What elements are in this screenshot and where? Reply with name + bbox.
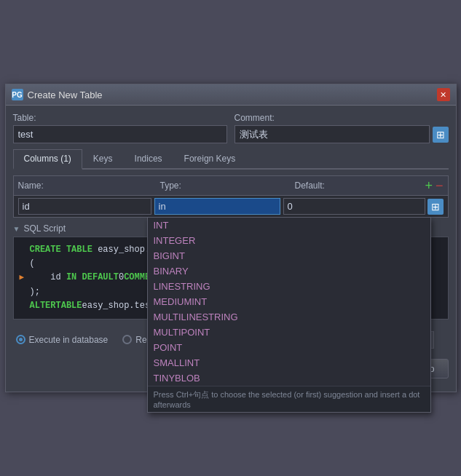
- tab-indices[interactable]: Indices: [124, 149, 173, 168]
- sql-col-indent: id: [30, 271, 66, 285]
- close-button[interactable]: ✕: [437, 88, 450, 101]
- titlebar-left: PG Create New Table: [12, 89, 103, 100]
- autocomplete-item-7[interactable]: MULTIPOINT: [148, 325, 430, 340]
- sql-paren-close: );: [30, 285, 40, 299]
- dropdown-container: ⊞ INT INTEGER BIGINT BINARY LINESTRING M…: [14, 196, 448, 217]
- radio-dot-replace: [122, 335, 132, 344]
- col-name-input[interactable]: [18, 198, 151, 215]
- sql-kw-default: DEFAULT: [82, 271, 119, 285]
- autocomplete-item-0[interactable]: INT: [148, 218, 430, 233]
- sql-space-1: [76, 271, 82, 285]
- sql-alter-table: easy_shop.test: [82, 299, 156, 313]
- col-default-input[interactable]: [283, 198, 425, 215]
- table-comment-row: Table: Comment: ⊞: [13, 113, 449, 143]
- tabs-bar: Columns (1) Keys Indices Foreign Keys: [13, 149, 449, 170]
- triangle-icon: ▼: [13, 225, 20, 233]
- comment-icon-btn[interactable]: ⊞: [433, 127, 449, 143]
- columns-header: Name: Type: Default: + −: [14, 176, 448, 196]
- autocomplete-item-10[interactable]: TINYBLOB: [148, 370, 430, 386]
- autocomplete-item-1[interactable]: INTEGER: [148, 233, 430, 248]
- autocomplete-item-8[interactable]: POINT: [148, 340, 430, 355]
- col-default-icon-btn[interactable]: ⊞: [427, 199, 444, 215]
- comment-row: ⊞: [235, 125, 449, 143]
- window-title: Create New Table: [28, 90, 103, 100]
- col-labels: Name: Type: Default:: [18, 181, 425, 191]
- table-field-group: Table:: [13, 113, 227, 143]
- dialog-content: Table: Comment: ⊞ Columns (1) Keys Indic…: [6, 106, 456, 392]
- sql-kw-table-0: TABLE: [66, 243, 92, 257]
- radio-execute-label: Execute in database: [29, 335, 109, 345]
- comment-label: Comment:: [235, 113, 449, 123]
- autocomplete-item-5[interactable]: MEDIUMINT: [148, 294, 430, 309]
- autocomplete-item-2[interactable]: BIGINT: [148, 248, 430, 263]
- sql-paren-open: (: [30, 257, 35, 271]
- name-col-label: Name:: [18, 181, 160, 191]
- tab-keys[interactable]: Keys: [82, 149, 124, 168]
- autocomplete-item-6[interactable]: MULTILINESTRING: [148, 309, 430, 325]
- add-column-button[interactable]: +: [425, 179, 433, 192]
- comment-field-group: Comment: ⊞: [235, 113, 449, 143]
- sql-kw-table-1: TABLE: [56, 299, 82, 313]
- radio-execute[interactable]: Execute in database: [16, 335, 109, 345]
- col-type-input[interactable]: [154, 198, 280, 215]
- autocomplete-item-3[interactable]: BINARY: [148, 263, 430, 279]
- sql-kw-create: CREATE: [30, 243, 61, 257]
- radio-dot-execute: [16, 335, 25, 344]
- titlebar: PG Create New Table ✕: [6, 84, 456, 106]
- col-default-area: ⊞: [283, 198, 444, 215]
- comment-input[interactable]: [235, 125, 430, 143]
- sql-section-label: SQL Script: [23, 223, 66, 234]
- remove-column-button[interactable]: −: [436, 179, 444, 192]
- column-row: ⊞: [14, 196, 448, 217]
- sql-kw-alter: ALTER: [30, 299, 56, 313]
- table-input[interactable]: [13, 125, 227, 143]
- header-actions: + −: [425, 179, 443, 192]
- autocomplete-item-9[interactable]: SMALLINT: [148, 355, 430, 370]
- autocomplete-hint: Press Ctrl+句点 to choose the selected (or…: [148, 386, 430, 412]
- app-icon: PG: [12, 89, 23, 100]
- columns-area: Name: Type: Default: + − ⊞: [13, 175, 449, 218]
- main-window: PG Create New Table ✕ Table: Comment: ⊞ …: [5, 84, 457, 392]
- sql-num-0: 0: [119, 271, 124, 285]
- autocomplete-item-4[interactable]: LINESTRING: [148, 279, 430, 294]
- table-label: Table:: [13, 113, 227, 123]
- tab-columns[interactable]: Columns (1): [13, 149, 82, 170]
- tab-foreign-keys[interactable]: Foreign Keys: [173, 149, 247, 168]
- type-col-label: Type:: [160, 181, 295, 191]
- autocomplete-dropdown: INT INTEGER BIGINT BINARY LINESTRING MED…: [147, 217, 431, 413]
- sql-kw-in: IN: [66, 271, 76, 285]
- arrow-2: ▶: [20, 271, 27, 285]
- default-col-label: Default:: [295, 181, 425, 191]
